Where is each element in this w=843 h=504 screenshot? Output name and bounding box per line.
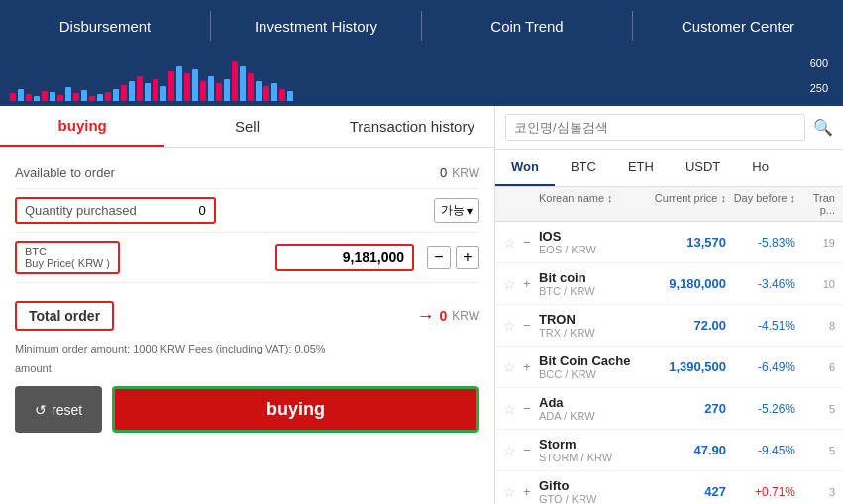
chart-bar xyxy=(89,96,95,101)
available-row: Available to order 0 KRW xyxy=(15,157,479,189)
total-row: Total order → 0 KRW xyxy=(15,293,479,339)
star-icon[interactable]: ☆ xyxy=(503,443,523,458)
coin-day-change: -6.49% xyxy=(726,360,795,374)
coin-price: 427 xyxy=(637,484,726,499)
coin-rows: ☆ − IOS EOS / KRW 13,570 -5.83% 19 ☆ + B… xyxy=(495,222,843,504)
search-icon: 🔍 xyxy=(813,119,833,136)
coin-price: 13,570 xyxy=(637,235,726,250)
chart-bar xyxy=(200,81,206,101)
chart-bar xyxy=(279,89,285,101)
coin-pair: STORM / KRW xyxy=(539,452,637,463)
coin-row[interactable]: ☆ + Bit coin BTC / KRW 9,180,000 -3.46% … xyxy=(495,263,843,305)
coin-trans: 5 xyxy=(795,445,835,456)
star-icon[interactable]: ☆ xyxy=(503,276,523,292)
coin-price: 72.00 xyxy=(637,318,726,333)
star-icon[interactable]: ☆ xyxy=(503,235,523,251)
coin-name-en: TRON xyxy=(539,312,637,327)
coin-row[interactable]: ☆ − Storm STORM / KRW 47.90 -9.45% 5 xyxy=(495,430,843,471)
chart-bar xyxy=(105,92,111,101)
nav-customer-center[interactable]: Customer Center xyxy=(633,0,843,51)
coin-name-block: Bit coin BTC / KRW xyxy=(539,270,637,297)
coin-day-change: -5.83% xyxy=(726,236,795,250)
coin-row[interactable]: ☆ − TRON TRX / KRW 72.00 -4.51% 8 xyxy=(495,305,843,347)
coin-tab-ho[interactable]: Ho xyxy=(736,150,785,186)
chart-bar xyxy=(176,66,182,101)
price-input[interactable] xyxy=(285,250,404,265)
search-button[interactable]: 🔍 xyxy=(813,118,833,137)
chart-bar xyxy=(121,85,127,101)
nav-coin-trend[interactable]: Coin Trend xyxy=(422,0,632,51)
price-decrease-button[interactable]: − xyxy=(427,246,451,269)
amount-label: amount xyxy=(15,358,479,378)
coin-price: 9,180,000 xyxy=(637,276,726,291)
chart-bar xyxy=(145,83,151,101)
reset-icon: ↺ xyxy=(35,402,47,418)
chart-bar xyxy=(10,93,16,101)
total-amount: 0 xyxy=(439,308,447,324)
star-icon[interactable]: ☆ xyxy=(503,401,523,417)
chart-bar xyxy=(34,96,40,101)
coin-trans: 3 xyxy=(795,486,835,498)
chart-bar xyxy=(240,66,246,101)
coin-day-change: +0.71% xyxy=(726,485,795,499)
tab-transaction-history[interactable]: Transaction history xyxy=(330,106,494,147)
trend-indicator: − xyxy=(523,235,539,250)
tab-sell[interactable]: Sell xyxy=(164,106,329,147)
chart-label-high: 600 xyxy=(810,56,828,71)
quantity-input[interactable] xyxy=(147,203,206,218)
chart-bar xyxy=(248,73,254,101)
star-icon[interactable]: ☆ xyxy=(503,359,523,375)
reset-button[interactable]: ↺ reset xyxy=(15,386,102,433)
coin-name-en: IOS xyxy=(539,229,637,244)
star-icon[interactable]: ☆ xyxy=(503,484,523,500)
trend-indicator: + xyxy=(523,276,539,291)
coin-trans: 6 xyxy=(795,361,835,373)
nav-investment-history[interactable]: Investment History xyxy=(211,0,421,51)
chart-bar xyxy=(113,89,119,101)
chart-bar xyxy=(224,79,230,101)
coin-tab-eth[interactable]: ETH xyxy=(612,150,670,186)
star-icon[interactable]: ☆ xyxy=(503,318,523,334)
chart-bar xyxy=(42,91,48,101)
price-increase-button[interactable]: + xyxy=(456,246,479,269)
price-box xyxy=(275,244,414,271)
nav-disbursement[interactable]: Disbursement xyxy=(0,0,210,51)
coin-row[interactable]: ☆ − Ada ADA / KRW 270 -5.26% 5 xyxy=(495,388,843,430)
action-row: ↺ reset buying xyxy=(15,386,479,443)
coin-name-block: IOS EOS / KRW xyxy=(539,229,637,255)
header-star xyxy=(503,192,523,216)
chart-bar xyxy=(65,87,71,101)
coin-day-change: -5.26% xyxy=(726,402,795,416)
total-section: Total order → 0 KRW Minimum order amount… xyxy=(15,293,479,443)
coin-pair: BTC / KRW xyxy=(539,285,637,297)
header-name: Korean name ↕ xyxy=(539,192,637,216)
coin-tab-usdt[interactable]: USDT xyxy=(670,150,736,186)
coin-pair: EOS / KRW xyxy=(539,244,637,255)
chart-bar xyxy=(271,83,277,101)
tab-buying[interactable]: buying xyxy=(0,106,164,147)
possible-button[interactable]: 가능 ▾ xyxy=(434,198,479,223)
coin-tab-won[interactable]: Won xyxy=(495,150,555,186)
buy-price-line1: BTC xyxy=(25,246,110,257)
chart-bar xyxy=(50,92,55,101)
search-input[interactable] xyxy=(505,114,805,141)
coin-table-header: Korean name ↕ Current price ↕ Day before… xyxy=(495,187,843,222)
coin-pair: TRX / KRW xyxy=(539,327,637,339)
chart-bar xyxy=(168,71,174,101)
coin-row[interactable]: ☆ + Gifto GTO / KRW 427 +0.71% 3 xyxy=(495,471,843,504)
coin-name-en: Bit coin xyxy=(539,270,637,285)
chart-bar xyxy=(57,95,63,101)
trend-indicator: + xyxy=(523,484,539,499)
chart-bar xyxy=(287,91,293,101)
chart-bar xyxy=(97,94,103,101)
chart-bar xyxy=(129,81,135,101)
coin-name-block: Gifto GTO / KRW xyxy=(539,478,637,504)
buying-button[interactable]: buying xyxy=(112,386,479,433)
coin-tab-btc[interactable]: BTC xyxy=(555,150,612,186)
coin-row[interactable]: ☆ − IOS EOS / KRW 13,570 -5.83% 19 xyxy=(495,222,843,263)
coin-row[interactable]: ☆ + Bit Coin Cache BCC / KRW 1,390,500 -… xyxy=(495,347,843,388)
available-unit: KRW xyxy=(452,166,479,180)
chart-labels: 600 250 xyxy=(810,56,828,97)
coin-day-change: -4.51% xyxy=(726,319,795,333)
coin-trans: 10 xyxy=(795,278,835,290)
